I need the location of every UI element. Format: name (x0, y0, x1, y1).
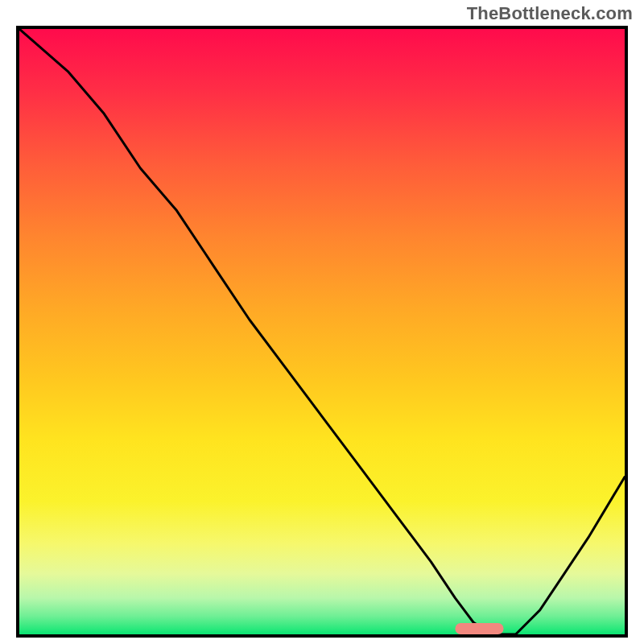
chart-frame (16, 26, 628, 638)
optimal-range-marker (455, 623, 503, 634)
watermark-text: TheBottleneck.com (467, 3, 633, 24)
chart-overlay (19, 29, 625, 634)
bottleneck-curve (19, 29, 625, 634)
